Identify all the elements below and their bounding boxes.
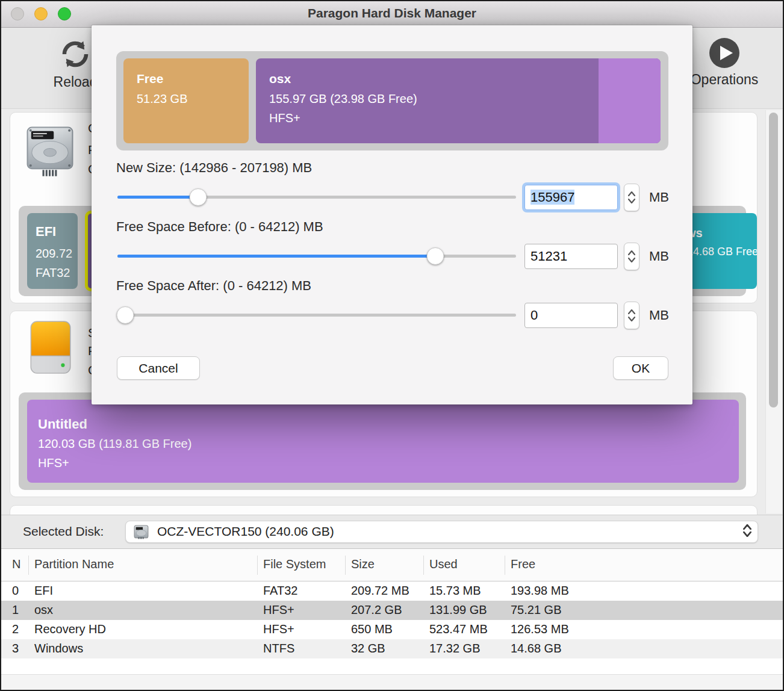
vertical-scrollbar[interactable] — [765, 110, 782, 513]
partition-efi[interactable]: EFI 209.72 FAT32 — [27, 213, 78, 289]
resize-partition-dialog: Free 51.23 GB osx 155.97 GB (23.98 GB Fr… — [92, 25, 692, 404]
cell-n: 0 — [12, 584, 19, 598]
partition-name: EFI — [36, 224, 56, 240]
cell-size: 32 GB — [351, 642, 385, 655]
table-header: N Partition Name File System Size Used F… — [0, 549, 784, 581]
input-value: 0 — [530, 308, 538, 323]
slider-thumb[interactable] — [117, 306, 134, 324]
app-window: EFI 209.72 FAT32 Windows 32 GB (14.68 GB… — [0, 0, 784, 691]
free-before-stepper[interactable] — [624, 243, 639, 270]
free-before-input[interactable]: 51231 — [524, 244, 618, 269]
block-size: 51.23 GB — [137, 92, 188, 106]
stepper-up-icon — [628, 191, 635, 196]
stepper-down-icon — [628, 199, 635, 203]
popup-updown-icon — [743, 524, 751, 537]
cell-size: 207.2 GB — [351, 603, 402, 617]
column-divider — [257, 556, 258, 575]
partition-fs: HFS+ — [38, 456, 69, 470]
cell-free: 14.68 GB — [511, 642, 562, 655]
cell-n: 3 — [12, 642, 19, 655]
preview-osx-block[interactable]: osx 155.97 GB (23.98 GB Free) HFS+ — [256, 58, 661, 143]
free-after-input[interactable]: 0 — [524, 303, 618, 328]
partition-untitled[interactable]: Untitled 120.03 GB (119.81 GB Free) HFS+ — [27, 400, 739, 483]
slider-track[interactable] — [117, 314, 516, 317]
cell-fs: HFS+ — [263, 603, 294, 617]
partition-name: Untitled — [38, 417, 87, 432]
selected-disk-value: OCZ-VECTOR150 (240.06 GB) — [157, 524, 334, 539]
cell-n: 2 — [12, 622, 19, 636]
cell-free: 126.53 MB — [511, 622, 569, 636]
block-name: osx — [269, 72, 291, 86]
window-title: Paragon Hard Disk Manager — [0, 0, 784, 28]
cell-fs: HFS+ — [263, 622, 294, 636]
disk2-partition-bar: Untitled 120.03 GB (119.81 GB Free) HFS+ — [19, 392, 746, 490]
selected-disk-bar: Selected Disk: OCZ-VECTOR150 (240.06 GB) — [0, 515, 784, 549]
input-value: 51231 — [530, 249, 567, 264]
new-size-label: New Size: (142986 - 207198) MB — [116, 160, 312, 176]
disk-selector-popup[interactable]: OCZ-VECTOR150 (240.06 GB) — [125, 521, 758, 543]
column-divider — [423, 556, 424, 575]
cell-used: 523.47 MB — [429, 622, 488, 636]
column-divider — [345, 556, 346, 575]
cell-name: EFI — [34, 584, 53, 598]
table-row[interactable]: 3 Windows NTFS 32 GB 17.32 GB 14.68 GB — [0, 639, 784, 658]
status-bar — [0, 674, 784, 690]
dialog-partition-preview: Free 51.23 GB osx 155.97 GB (23.98 GB Fr… — [116, 51, 668, 150]
free-before-slider[interactable] — [117, 247, 516, 265]
new-size-slider[interactable] — [117, 188, 516, 206]
free-after-unit: MB — [649, 308, 669, 323]
table-row[interactable]: 0 EFI FAT32 209.72 MB 15.73 MB 193.98 MB — [0, 581, 784, 601]
partition-info: 120.03 GB (119.81 GB Free) — [38, 437, 191, 451]
column-header-n[interactable]: N — [12, 557, 20, 571]
cell-used: 17.32 GB — [429, 642, 481, 655]
cell-used: 131.99 GB — [429, 603, 487, 617]
column-header-size[interactable]: Size — [351, 557, 375, 571]
scrollbar-thumb[interactable] — [769, 113, 778, 407]
column-header-name[interactable]: Partition Name — [34, 557, 114, 571]
slider-thumb[interactable] — [427, 247, 444, 265]
partition-fs: FAT32 — [36, 266, 70, 280]
free-before-label: Free Space Before: (0 - 64212) MB — [116, 219, 323, 235]
input-value: 155967 — [530, 190, 574, 205]
stepper-down-icon — [628, 258, 635, 262]
cell-fs: NTFS — [263, 642, 294, 655]
cell-used: 15.73 MB — [429, 584, 481, 598]
cell-size: 650 MB — [351, 622, 393, 636]
slider-fill — [117, 196, 198, 199]
cell-free: 75.21 GB — [511, 603, 562, 617]
slider-fill — [117, 255, 435, 258]
cell-size: 209.72 MB — [351, 584, 409, 598]
new-size-stepper[interactable] — [624, 184, 639, 211]
free-space-segment — [599, 58, 661, 143]
selected-disk-label: Selected Disk: — [23, 524, 104, 539]
free-after-slider[interactable] — [117, 306, 516, 324]
ok-button[interactable]: OK — [613, 356, 668, 380]
column-header-used[interactable]: Used — [429, 557, 458, 571]
free-after-label: Free Space After: (0 - 64212) MB — [116, 278, 311, 294]
reload-label: Reload — [54, 74, 98, 90]
external-drive-icon — [23, 316, 78, 379]
small-hdd-icon — [133, 524, 149, 541]
internal-hdd-icon — [19, 119, 81, 181]
table-row[interactable]: 2 Recovery HD HFS+ 650 MB 523.47 MB 126.… — [0, 620, 784, 639]
column-header-free[interactable]: Free — [511, 557, 535, 571]
disk3-card — [10, 505, 758, 515]
table-row-selected[interactable]: 1 osx HFS+ 207.2 GB 131.99 GB 75.21 GB — [0, 601, 784, 620]
stepper-up-icon — [628, 250, 635, 255]
reload-icon — [58, 37, 92, 71]
partition-size: 209.72 — [36, 247, 72, 261]
column-divider — [28, 556, 29, 575]
preview-free-block[interactable]: Free 51.23 GB — [123, 58, 249, 143]
free-before-unit: MB — [649, 249, 669, 264]
free-after-stepper[interactable] — [624, 302, 639, 329]
column-header-fs[interactable]: File System — [263, 557, 326, 571]
new-size-input[interactable]: 155967 — [524, 185, 618, 210]
new-size-unit: MB — [649, 190, 669, 205]
operations-play-icon — [709, 37, 740, 69]
stepper-down-icon — [628, 317, 635, 321]
partition-table: N Partition Name File System Size Used F… — [0, 549, 784, 691]
title-bar: Paragon Hard Disk Manager — [0, 0, 784, 28]
slider-thumb[interactable] — [189, 188, 207, 206]
cancel-button[interactable]: Cancel — [117, 356, 200, 380]
cell-fs: FAT32 — [263, 584, 297, 598]
